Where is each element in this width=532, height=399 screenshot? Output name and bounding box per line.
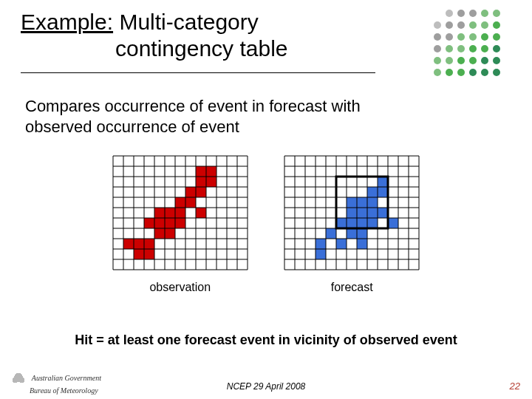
svg-rect-95 xyxy=(347,218,357,228)
svg-rect-102 xyxy=(316,239,326,249)
svg-point-10 xyxy=(493,21,500,29)
svg-point-0 xyxy=(446,10,453,17)
svg-point-23 xyxy=(434,57,441,64)
svg-rect-105 xyxy=(316,249,326,259)
svg-point-16 xyxy=(493,33,500,41)
svg-rect-53 xyxy=(123,239,134,249)
observation-grid-wrap: observation xyxy=(112,155,248,294)
title-underline-rule xyxy=(21,72,375,73)
svg-rect-54 xyxy=(134,239,144,249)
svg-point-20 xyxy=(469,45,477,52)
svg-point-28 xyxy=(493,57,500,64)
svg-rect-101 xyxy=(357,228,367,239)
svg-point-7 xyxy=(457,21,465,29)
svg-point-31 xyxy=(457,69,465,76)
svg-rect-46 xyxy=(196,208,206,218)
svg-rect-100 xyxy=(347,228,357,239)
svg-rect-44 xyxy=(165,208,175,218)
forecast-grid-wrap: forecast xyxy=(284,155,420,294)
svg-point-8 xyxy=(469,21,477,29)
svg-rect-97 xyxy=(367,218,378,228)
svg-point-30 xyxy=(446,69,453,76)
svg-point-27 xyxy=(481,57,488,64)
svg-rect-38 xyxy=(206,177,216,187)
svg-rect-47 xyxy=(144,218,154,228)
svg-rect-42 xyxy=(185,197,196,208)
svg-point-3 xyxy=(481,10,488,17)
forecast-label: forecast xyxy=(284,281,420,294)
page-number: 22 xyxy=(510,381,520,392)
svg-point-6 xyxy=(446,21,453,29)
observation-grid xyxy=(112,155,248,270)
svg-point-32 xyxy=(469,69,477,76)
svg-point-18 xyxy=(446,45,453,52)
title-line1-rest: Multi-category xyxy=(113,10,259,34)
svg-rect-50 xyxy=(175,218,185,228)
svg-point-19 xyxy=(457,45,465,52)
svg-point-33 xyxy=(481,69,488,76)
svg-point-24 xyxy=(446,57,453,64)
svg-rect-84 xyxy=(378,177,388,187)
svg-rect-91 xyxy=(357,208,367,218)
svg-rect-98 xyxy=(388,218,398,228)
svg-rect-93 xyxy=(378,208,388,218)
grid-figures: observation forecast xyxy=(0,155,532,294)
svg-point-5 xyxy=(434,21,441,29)
svg-point-22 xyxy=(493,45,500,52)
svg-point-1 xyxy=(457,10,465,17)
svg-rect-43 xyxy=(154,208,165,218)
svg-point-12 xyxy=(446,33,453,41)
decorative-dots xyxy=(423,7,526,89)
svg-point-14 xyxy=(469,33,477,41)
svg-rect-57 xyxy=(144,249,154,259)
svg-point-29 xyxy=(434,69,441,76)
svg-rect-52 xyxy=(165,228,175,239)
footer-date: NCEP 29 April 2008 xyxy=(0,381,532,392)
svg-point-9 xyxy=(481,21,488,29)
title-line2: contingency table xyxy=(21,35,375,62)
svg-point-2 xyxy=(469,10,477,17)
svg-point-25 xyxy=(457,57,465,64)
svg-rect-35 xyxy=(196,166,206,177)
hit-definition: Hit = at least one forecast event in vic… xyxy=(0,332,532,348)
body-paragraph: Compares occurrence of event in forecast… xyxy=(25,96,409,137)
svg-rect-45 xyxy=(175,208,185,218)
slide-title: Example: Multi-category contingency tabl… xyxy=(21,9,375,62)
svg-rect-40 xyxy=(196,187,206,197)
svg-point-13 xyxy=(457,33,465,41)
footer-gov-line1: Australian Government xyxy=(32,374,101,382)
svg-rect-103 xyxy=(336,239,347,249)
svg-point-26 xyxy=(469,57,477,64)
svg-rect-94 xyxy=(336,218,347,228)
svg-point-11 xyxy=(434,33,441,41)
svg-rect-55 xyxy=(144,239,154,249)
svg-point-15 xyxy=(481,33,488,41)
svg-rect-90 xyxy=(347,208,357,218)
title-example: Example: xyxy=(21,10,113,34)
svg-point-4 xyxy=(493,10,500,17)
svg-rect-51 xyxy=(154,228,165,239)
svg-rect-56 xyxy=(134,249,144,259)
svg-point-21 xyxy=(481,45,488,52)
svg-point-34 xyxy=(493,69,500,76)
forecast-grid xyxy=(284,155,420,270)
svg-rect-36 xyxy=(206,166,216,177)
svg-rect-41 xyxy=(175,197,185,208)
svg-rect-49 xyxy=(165,218,175,228)
svg-rect-96 xyxy=(357,218,367,228)
svg-rect-39 xyxy=(185,187,196,197)
svg-rect-92 xyxy=(367,208,378,218)
svg-rect-85 xyxy=(367,187,378,197)
observation-label: observation xyxy=(112,281,248,294)
svg-point-17 xyxy=(434,45,441,52)
svg-rect-89 xyxy=(367,197,378,208)
svg-rect-88 xyxy=(357,197,367,208)
svg-rect-104 xyxy=(357,239,367,249)
svg-rect-48 xyxy=(154,218,165,228)
svg-rect-86 xyxy=(378,187,388,197)
svg-rect-99 xyxy=(326,228,336,239)
svg-rect-37 xyxy=(196,177,206,187)
svg-rect-87 xyxy=(347,197,357,208)
